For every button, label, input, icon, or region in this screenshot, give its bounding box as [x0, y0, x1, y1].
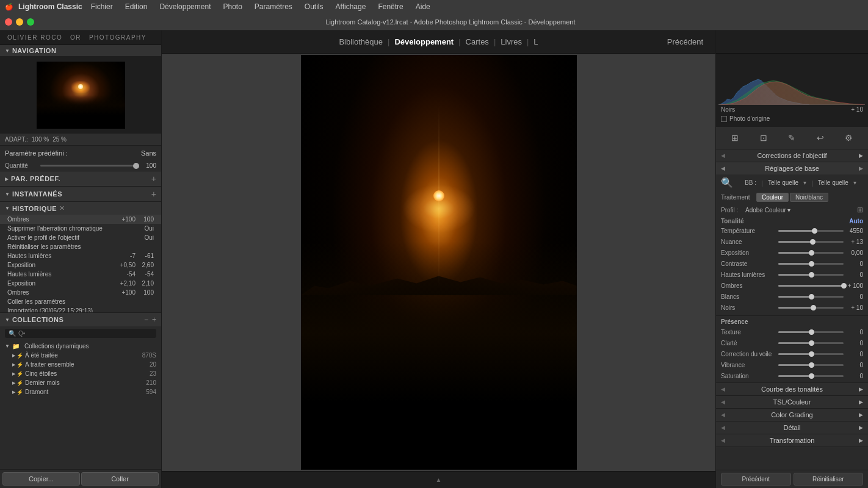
history-item[interactable]: Exposition +2,10 2,10	[0, 279, 161, 288]
reglages-base-header[interactable]: ◀ Réglages de base ▶	[716, 162, 868, 174]
crop-tool[interactable]: ⊡	[755, 131, 772, 145]
presence-slider-knob-4[interactable]	[809, 373, 814, 379]
slider-area-2[interactable]	[778, 248, 844, 257]
slider-area-6[interactable]	[778, 292, 844, 301]
slider-area-5[interactable]	[778, 281, 844, 290]
slider-area-1[interactable]	[778, 237, 844, 246]
history-item[interactable]: Ombres +100 100	[0, 288, 161, 297]
history-item[interactable]: Réinitialiser les paramètres	[0, 242, 161, 251]
collection-item[interactable]: ▶ ⚡ Cinq étoiles 23	[0, 369, 161, 378]
instantanes-header[interactable]: ▼ Instantanés +	[0, 187, 161, 201]
bb-dropdown[interactable]: ▾	[803, 179, 806, 186]
slider-knob-0[interactable]	[812, 228, 817, 234]
paste-button[interactable]: Coller	[81, 472, 159, 486]
collapsed-section-2[interactable]: ◀ Color Grading ▶	[716, 409, 868, 422]
maximize-button[interactable]	[27, 18, 34, 26]
collapsed-section-0[interactable]: ◀ Courbe des tonalités ▶	[716, 383, 868, 396]
noir-blanc-button[interactable]: Noir/blanc	[790, 193, 828, 202]
couleur-button[interactable]: Couleur	[756, 193, 789, 202]
quantity-thumb[interactable]	[133, 163, 139, 169]
menu-parametres[interactable]: Paramètres	[251, 2, 296, 11]
history-item[interactable]: Coller les paramètres	[0, 297, 161, 306]
close-button[interactable]	[5, 18, 12, 26]
search-input-wrap[interactable]: 🔍	[5, 329, 156, 338]
collection-item[interactable]: ▶ ⚡ Dramont 594	[0, 387, 161, 396]
slider-area-0[interactable]	[778, 226, 844, 235]
history-item[interactable]: Hautes lumières -54 -54	[0, 270, 161, 279]
nav-link-bibliotheque[interactable]: Bibliothèque	[339, 37, 383, 46]
historique-header[interactable]: ▼ Historique ✕	[0, 202, 161, 215]
nav-link-l[interactable]: L	[533, 37, 538, 46]
collections-search-input[interactable]	[18, 330, 153, 337]
presence-slider-knob-3[interactable]	[809, 362, 814, 368]
checkbox-icon[interactable]	[721, 116, 727, 122]
history-item[interactable]: Importation (30/06/22 15:29:13)	[0, 306, 161, 312]
profil-value[interactable]: Adobe Couleur ▾	[745, 207, 857, 214]
sliders-tool[interactable]: ⊞	[726, 131, 743, 145]
menu-fichier[interactable]: Fichier	[87, 2, 117, 11]
presence-slider-area-1[interactable]	[778, 339, 844, 347]
slider-area-4[interactable]	[778, 270, 844, 279]
slider-knob-6[interactable]	[809, 294, 814, 300]
nav-link-developpement[interactable]: Développement	[394, 37, 454, 46]
history-item[interactable]: Ombres +100 100	[0, 215, 161, 224]
auto-button[interactable]: Auto	[849, 218, 863, 224]
telle-dropdown[interactable]: ▾	[853, 179, 856, 186]
nav-link-cartes[interactable]: Cartes	[466, 37, 489, 46]
nav-link-livres[interactable]: Livres	[501, 37, 522, 46]
menu-photo[interactable]: Photo	[219, 2, 245, 11]
adapt-value2[interactable]: 25 %	[52, 136, 67, 143]
collections-header[interactable]: ▼ Collections − +	[0, 313, 161, 326]
eyedropper-icon[interactable]: 🔍	[721, 177, 733, 188]
presence-slider-knob-2[interactable]	[809, 351, 814, 357]
bb-value[interactable]: Telle quelle	[768, 179, 798, 186]
menu-developpement[interactable]: Développement	[156, 2, 214, 11]
slider-knob-3[interactable]	[809, 261, 814, 267]
presence-slider-area-2[interactable]	[778, 350, 844, 358]
collection-group-header[interactable]: ▼ 📁 Collections dynamiques	[0, 342, 161, 351]
collections-add[interactable]: +	[152, 315, 156, 324]
menu-fenetre[interactable]: Fenêtre	[374, 2, 407, 11]
nav-bibliotheque[interactable]: Précédent	[667, 37, 703, 46]
history-item[interactable]: Hautes lumières -7 -61	[0, 251, 161, 260]
history-item[interactable]: Supprimer l'aberration chromatique Oui	[0, 224, 161, 233]
collection-item[interactable]: ▶ ⚡ À été traitée 870S	[0, 351, 161, 360]
instantanes-add[interactable]: +	[151, 189, 156, 199]
filmstrip-arrow-up[interactable]: ▲	[436, 476, 442, 483]
collections-minus[interactable]: −	[144, 315, 148, 324]
slider-area-7[interactable]	[778, 303, 844, 312]
collapsed-section-1[interactable]: ◀ TSL/Couleur ▶	[716, 396, 868, 409]
precedent-button[interactable]: Précédent	[721, 473, 791, 486]
collection-item[interactable]: ▶ ⚡ A traiter ensemble 20	[0, 360, 161, 369]
copy-button[interactable]: Copier...	[2, 472, 80, 486]
presence-slider-area-4[interactable]	[778, 371, 844, 380]
adapt-value[interactable]: 100 %	[32, 136, 49, 143]
menu-edition[interactable]: Edition	[121, 2, 151, 11]
profile-grid-icon[interactable]: ⊞	[857, 206, 863, 214]
heal-tool[interactable]: ↩	[812, 131, 829, 145]
settings-tool[interactable]: ⚙	[841, 131, 858, 145]
menu-aide[interactable]: Aide	[412, 2, 434, 11]
history-item[interactable]: Activer le profil de l'objectif Oui	[0, 233, 161, 242]
slider-knob-2[interactable]	[809, 250, 814, 256]
lens-corrections-row[interactable]: ◀ Corrections de l'objectif ▶	[716, 149, 868, 162]
collapsed-section-3[interactable]: ◀ Détail ▶	[716, 422, 868, 434]
menu-affichage[interactable]: Affichage	[332, 2, 370, 11]
slider-knob-7[interactable]	[811, 305, 816, 310]
brush-tool[interactable]: ✎	[783, 131, 800, 145]
slider-area-3[interactable]	[778, 259, 844, 268]
reinitialiser-button[interactable]: Réinitialiser	[794, 473, 864, 486]
menu-outils[interactable]: Outils	[301, 2, 327, 11]
presence-slider-knob-1[interactable]	[809, 340, 814, 346]
presence-slider-area-0[interactable]	[778, 328, 844, 336]
collapsed-section-4[interactable]: ◀ Transformation ▶	[716, 434, 868, 447]
par-predef-add[interactable]: +	[151, 174, 156, 184]
navigation-panel-header[interactable]: ▼ Navigation	[0, 45, 161, 57]
telle-label[interactable]: Telle quelle	[818, 179, 848, 186]
slider-knob-4[interactable]	[809, 272, 814, 278]
minimize-button[interactable]	[16, 18, 23, 26]
apple-icon[interactable]: 🍎	[5, 3, 13, 11]
par-predef-header[interactable]: ▶ Par. prédef. +	[0, 171, 161, 186]
quantity-slider[interactable]	[40, 165, 136, 167]
presence-slider-knob-0[interactable]	[809, 329, 814, 335]
